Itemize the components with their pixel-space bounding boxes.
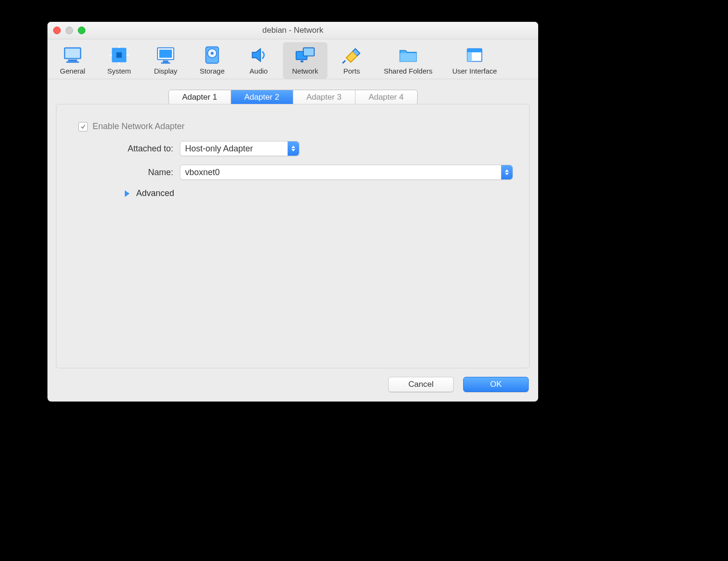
- enable-adapter-label: Enable Network Adapter: [93, 122, 185, 131]
- enable-adapter-checkbox[interactable]: [78, 122, 88, 131]
- display-icon: [155, 45, 177, 65]
- disk-icon: [201, 45, 223, 65]
- name-row: Name: vboxnet0: [74, 165, 516, 180]
- svg-rect-23: [467, 49, 482, 53]
- chip-icon: [108, 45, 130, 65]
- toolbar-item-general[interactable]: General: [50, 42, 95, 79]
- toolbar-item-label: Shared Folders: [384, 67, 433, 75]
- settings-toolbar: General System Display Storage Audio: [47, 39, 538, 79]
- ok-button[interactable]: OK: [463, 377, 529, 392]
- settings-window: debian - Network General System Display: [47, 22, 538, 402]
- folder-icon: [397, 45, 419, 65]
- svg-rect-21: [400, 53, 416, 61]
- svg-rect-13: [161, 62, 170, 64]
- speaker-icon: [248, 45, 270, 65]
- svg-rect-11: [159, 50, 172, 58]
- toolbar-item-shared-folders[interactable]: Shared Folders: [376, 42, 440, 79]
- toolbar-item-label: Ports: [343, 67, 360, 75]
- toolbar-item-display[interactable]: Display: [143, 42, 188, 79]
- attached-to-row: Attached to: Host-only Adapter: [74, 141, 516, 156]
- titlebar: debian - Network: [47, 22, 538, 39]
- close-window-button[interactable]: [53, 27, 61, 34]
- layout-icon: [464, 45, 485, 65]
- toolbar-item-label: Audio: [250, 67, 268, 75]
- svg-rect-12: [163, 60, 168, 62]
- attached-to-select[interactable]: Host-only Adapter: [180, 141, 299, 156]
- panel-outer: Enable Network Adapter Attached to: Host…: [47, 105, 538, 377]
- adapter-tabs-wrap: Adapter 1 Adapter 2 Adapter 3 Adapter 4: [47, 90, 538, 105]
- adapter-tabs: Adapter 1 Adapter 2 Adapter 3 Adapter 4: [168, 90, 418, 105]
- toolbar-item-label: Display: [154, 67, 177, 75]
- toolbar-item-label: General: [60, 67, 85, 75]
- enable-adapter-row: Enable Network Adapter: [78, 122, 516, 131]
- adapter-panel: Enable Network Adapter Attached to: Host…: [56, 104, 530, 368]
- checkmark-icon: [80, 124, 86, 130]
- advanced-label: Advanced: [136, 188, 174, 198]
- toolbar-item-storage[interactable]: Storage: [190, 42, 234, 79]
- tab-adapter-2[interactable]: Adapter 2: [231, 90, 293, 104]
- tab-adapter-4[interactable]: Adapter 4: [355, 90, 417, 104]
- svg-point-16: [211, 52, 214, 55]
- toolbar-item-system[interactable]: System: [97, 42, 141, 79]
- svg-rect-5: [116, 52, 121, 57]
- svg-rect-3: [66, 61, 79, 63]
- advanced-disclosure[interactable]: Advanced: [125, 188, 516, 198]
- tab-adapter-1[interactable]: Adapter 1: [169, 90, 231, 104]
- network-icon: [294, 45, 316, 65]
- attached lustrous: Host-only Adapter: [180, 144, 288, 154]
- dialog-footer: Cancel OK: [47, 377, 538, 402]
- svg-line-20: [343, 60, 345, 63]
- tab-adapter-3[interactable]: Adapter 3: [293, 90, 355, 104]
- toolbar-item-label: Network: [292, 67, 318, 75]
- traffic-lights: [53, 27, 85, 34]
- svg-rect-24: [467, 52, 472, 61]
- window-title: debian - Network: [47, 26, 538, 35]
- disclosure-triangle-icon: [125, 190, 130, 197]
- ports-icon: [341, 45, 363, 65]
- monitor-icon: [62, 45, 84, 65]
- select-stepper-icon: [288, 141, 299, 156]
- toolbar-item-user-interface[interactable]: User Interface: [442, 42, 507, 79]
- minimize-window-button[interactable]: [65, 27, 73, 34]
- toolbar-item-label: Storage: [200, 67, 225, 75]
- svg-rect-1: [65, 49, 80, 58]
- cancel-button[interactable]: Cancel: [388, 377, 454, 392]
- toolbar-item-label: System: [107, 67, 131, 75]
- select-stepper-icon: [501, 165, 513, 179]
- name-value: vboxnet0: [180, 168, 501, 178]
- name-label: Name:: [74, 168, 173, 178]
- toolbar-item-label: User Interface: [452, 67, 497, 75]
- svg-rect-19: [300, 60, 303, 62]
- svg-rect-2: [68, 60, 77, 62]
- toolbar-item-audio[interactable]: Audio: [236, 42, 281, 79]
- zoom-window-button[interactable]: [78, 27, 85, 34]
- name-select[interactable]: vboxnet0: [180, 165, 513, 180]
- attached-to-label: Attached to:: [74, 144, 173, 154]
- svg-rect-18: [303, 48, 314, 56]
- toolbar-item-network[interactable]: Network: [283, 42, 327, 79]
- toolbar-item-ports[interactable]: Ports: [329, 42, 374, 79]
